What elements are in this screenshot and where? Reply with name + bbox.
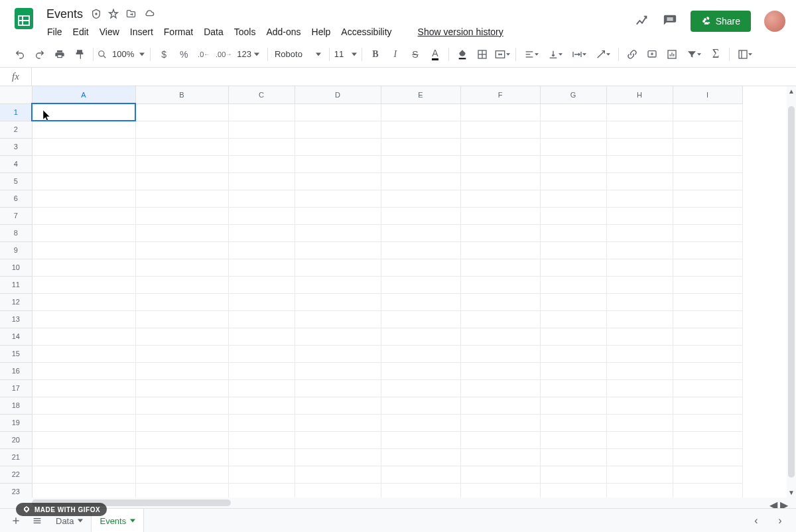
- cell[interactable]: [460, 103, 540, 121]
- font-size-selector[interactable]: 11: [334, 49, 358, 59]
- chevron-down-icon[interactable]: [130, 518, 135, 523]
- cell[interactable]: [673, 362, 742, 379]
- cell[interactable]: [540, 310, 606, 328]
- column-header[interactable]: F: [460, 86, 540, 103]
- filter-icon[interactable]: [683, 45, 705, 64]
- select-all-corner[interactable]: [0, 86, 32, 103]
- row-header[interactable]: 16: [0, 362, 32, 379]
- cell[interactable]: [295, 448, 381, 466]
- cell[interactable]: [381, 276, 460, 293]
- cell[interactable]: [381, 138, 460, 155]
- cell[interactable]: [673, 207, 742, 224]
- cell[interactable]: [228, 431, 295, 448]
- cell[interactable]: [135, 345, 228, 362]
- cell[interactable]: [606, 241, 673, 259]
- cell[interactable]: [228, 397, 295, 414]
- account-avatar[interactable]: [764, 11, 785, 32]
- cell[interactable]: [228, 241, 295, 259]
- cell[interactable]: [32, 379, 135, 397]
- cell[interactable]: [460, 190, 540, 207]
- cell[interactable]: [606, 379, 673, 397]
- menu-edit[interactable]: Edit: [68, 24, 94, 40]
- cell[interactable]: [460, 414, 540, 431]
- cell[interactable]: [295, 397, 381, 414]
- row-header[interactable]: 5: [0, 172, 32, 190]
- column-header[interactable]: H: [606, 86, 673, 103]
- cell[interactable]: [32, 310, 135, 328]
- menu-file[interactable]: File: [42, 24, 67, 40]
- cell[interactable]: [135, 293, 228, 310]
- cell[interactable]: [135, 328, 228, 345]
- cell[interactable]: [381, 103, 460, 121]
- cell[interactable]: [673, 224, 742, 241]
- cell[interactable]: [673, 103, 742, 121]
- cell[interactable]: [540, 397, 606, 414]
- cell[interactable]: [135, 121, 228, 138]
- row-header[interactable]: 10: [0, 259, 32, 276]
- strikethrough-icon[interactable]: S: [406, 45, 425, 64]
- cell[interactable]: [540, 276, 606, 293]
- cell[interactable]: [673, 172, 742, 190]
- cell[interactable]: [135, 310, 228, 328]
- more-icon[interactable]: [734, 45, 756, 64]
- cell[interactable]: [32, 466, 135, 483]
- insert-chart-icon[interactable]: [663, 45, 681, 64]
- scroll-down-icon[interactable]: ▼: [788, 489, 795, 496]
- cell[interactable]: [606, 431, 673, 448]
- cell[interactable]: [228, 328, 295, 345]
- cell[interactable]: [295, 121, 381, 138]
- cell[interactable]: [381, 414, 460, 431]
- cell[interactable]: [673, 345, 742, 362]
- merge-cells-icon[interactable]: [493, 45, 511, 64]
- cell[interactable]: [673, 310, 742, 328]
- cell[interactable]: [606, 276, 673, 293]
- cell[interactable]: [295, 345, 381, 362]
- font-selector[interactable]: Roboto: [272, 49, 325, 59]
- row-header[interactable]: 15: [0, 345, 32, 362]
- menu-tools[interactable]: Tools: [230, 24, 261, 40]
- cell[interactable]: [381, 448, 460, 466]
- cell[interactable]: [135, 414, 228, 431]
- cell[interactable]: [228, 362, 295, 379]
- cell[interactable]: [228, 172, 295, 190]
- column-header[interactable]: I: [673, 86, 742, 103]
- cell[interactable]: [381, 259, 460, 276]
- cell[interactable]: [673, 379, 742, 397]
- cell[interactable]: [32, 155, 135, 172]
- cell[interactable]: [381, 121, 460, 138]
- tab-scroll-left-icon[interactable]: ‹: [746, 511, 767, 530]
- move-icon[interactable]: [125, 9, 137, 19]
- cell[interactable]: [673, 121, 742, 138]
- wrap-icon[interactable]: [568, 45, 590, 64]
- cell[interactable]: [381, 466, 460, 483]
- cell[interactable]: [32, 293, 135, 310]
- cell[interactable]: [135, 207, 228, 224]
- cell[interactable]: [673, 431, 742, 448]
- cell[interactable]: [460, 172, 540, 190]
- cell[interactable]: [381, 431, 460, 448]
- cell[interactable]: [460, 138, 540, 155]
- scroll-right-icon[interactable]: ▶: [780, 499, 788, 508]
- cell[interactable]: [381, 190, 460, 207]
- cell[interactable]: [540, 103, 606, 121]
- cell[interactable]: [135, 397, 228, 414]
- cell[interactable]: [606, 259, 673, 276]
- cell[interactable]: [135, 431, 228, 448]
- cell[interactable]: [540, 379, 606, 397]
- cell[interactable]: [295, 276, 381, 293]
- cell[interactable]: [606, 310, 673, 328]
- cell[interactable]: [228, 103, 295, 121]
- cell[interactable]: [295, 103, 381, 121]
- cell[interactable]: [673, 448, 742, 466]
- cell[interactable]: [460, 293, 540, 310]
- cell[interactable]: [32, 431, 135, 448]
- cell[interactable]: [135, 103, 228, 121]
- h-align-icon[interactable]: [520, 45, 543, 64]
- number-format-selector[interactable]: 123: [234, 49, 263, 59]
- cell[interactable]: [32, 362, 135, 379]
- cell[interactable]: [295, 431, 381, 448]
- row-header[interactable]: 20: [0, 431, 32, 448]
- cell[interactable]: [460, 241, 540, 259]
- cell[interactable]: [606, 414, 673, 431]
- explore-icon[interactable]: [635, 14, 649, 29]
